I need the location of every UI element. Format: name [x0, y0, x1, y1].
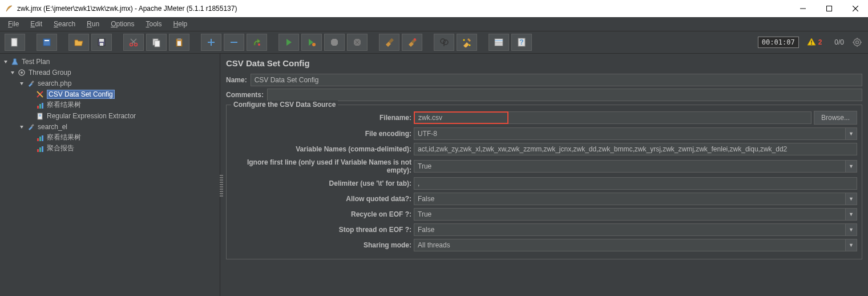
ignore-first-select[interactable]: [414, 160, 846, 173]
new-button[interactable]: [5, 34, 25, 51]
sharing-mode-label: Sharing mode:: [231, 241, 414, 249]
close-button[interactable]: [847, 3, 863, 14]
variable-names-input[interactable]: [414, 143, 857, 155]
chevron-down-icon[interactable]: ▼: [846, 160, 857, 173]
svg-rect-65: [42, 146, 43, 152]
settings-icon[interactable]: [851, 36, 863, 49]
test-plan-tree[interactable]: Test Plan Thread Group search.php CSV Da…: [0, 54, 220, 296]
chevron-down-icon[interactable]: [9, 69, 16, 76]
svg-rect-62: [42, 135, 43, 141]
chevron-down-icon[interactable]: ▼: [846, 239, 857, 251]
svg-point-32: [463, 39, 465, 41]
minimize-button[interactable]: [795, 3, 811, 14]
delimiter-label: Delimiter (use '\t' for tab):: [231, 179, 414, 187]
chevron-down-icon[interactable]: [18, 123, 25, 130]
tree-node-view-results-tree-1[interactable]: 察看结果树: [0, 99, 220, 110]
svg-point-43: [856, 41, 859, 44]
menu-file[interactable]: File: [3, 18, 23, 30]
clear-button[interactable]: [379, 34, 399, 51]
svg-point-41: [811, 43, 812, 45]
save-button[interactable]: [91, 34, 112, 51]
browse-button[interactable]: Browse...: [814, 111, 857, 125]
flask-icon: [10, 57, 19, 66]
tree-node-search-el[interactable]: search_el: [0, 121, 220, 132]
svg-rect-64: [39, 147, 41, 152]
svg-rect-61: [39, 137, 41, 141]
tree-node-label: Thread Group: [29, 69, 71, 77]
svg-rect-8: [99, 39, 104, 42]
chevron-down-icon[interactable]: ▼: [846, 193, 857, 205]
svg-point-22: [258, 43, 260, 46]
cut-button[interactable]: [123, 34, 144, 51]
leaf-spacer: [27, 145, 34, 152]
svg-point-28: [414, 38, 416, 41]
paste-button[interactable]: [169, 34, 189, 51]
recycle-eof-select[interactable]: [414, 208, 846, 221]
chart-icon: [35, 144, 45, 153]
maximize-button[interactable]: [821, 3, 837, 14]
splitter-handle[interactable]: [220, 175, 223, 198]
thread-ratio: 0/0: [834, 38, 844, 46]
help-toolbar-button[interactable]: ?: [511, 34, 532, 51]
name-input[interactable]: [251, 74, 862, 86]
stop-eof-label: Stop thread on EOF ?:: [231, 226, 414, 234]
tree-node-aggregate-report[interactable]: 聚合报告: [0, 143, 220, 154]
start-button[interactable]: [278, 34, 299, 51]
filename-label: Filename:: [231, 114, 414, 122]
menu-tools[interactable]: Tools: [142, 18, 167, 30]
tree-node-regex-extractor[interactable]: Regular Expression Extractor: [0, 110, 220, 121]
svg-rect-1: [827, 6, 832, 11]
dropper-icon: [26, 79, 35, 88]
tree-node-view-results-tree-2[interactable]: 察看结果树: [0, 132, 220, 143]
stop-eof-select[interactable]: [414, 223, 846, 236]
warning-icon[interactable]: [807, 37, 816, 48]
sharing-mode-select[interactable]: [414, 239, 846, 251]
allow-quoted-label: Allow quoted data?:: [231, 195, 414, 203]
svg-point-49: [21, 71, 23, 74]
open-button[interactable]: [68, 34, 89, 51]
tree-node-thread-group[interactable]: Thread Group: [0, 67, 220, 78]
svg-rect-60: [37, 138, 39, 141]
tree-node-csv-config[interactable]: CSV Data Set Config: [0, 89, 220, 99]
tree-node-test-plan[interactable]: Test Plan: [0, 56, 220, 67]
stop-button[interactable]: [324, 34, 345, 51]
chevron-down-icon[interactable]: ▼: [846, 208, 857, 221]
templates-button[interactable]: [37, 34, 57, 51]
filename-input-rest[interactable]: [508, 111, 812, 124]
function-helper-button[interactable]: [488, 34, 509, 51]
tree-node-label: Regular Expression Extractor: [47, 112, 136, 120]
filename-input[interactable]: [414, 111, 508, 124]
recycle-eof-label: Recycle on EOF ?:: [231, 210, 414, 218]
clear-all-button[interactable]: [402, 34, 422, 51]
reset-search-button[interactable]: [457, 34, 477, 51]
ignore-first-label: Ignore first line (only used if Variable…: [231, 158, 414, 174]
menu-run[interactable]: Run: [82, 18, 104, 30]
search-toolbar-button[interactable]: [434, 34, 454, 51]
start-no-pause-button[interactable]: [301, 34, 322, 51]
chevron-down-icon[interactable]: ▼: [846, 127, 857, 140]
file-encoding-select[interactable]: [414, 127, 846, 140]
allow-quoted-select[interactable]: [414, 193, 846, 205]
config-icon: [35, 90, 45, 99]
shutdown-button[interactable]: [347, 34, 368, 51]
tree-node-label: 察看结果树: [47, 133, 81, 142]
menubar: File Edit Search Run Options Tools Help: [0, 17, 868, 31]
collapse-button[interactable]: [224, 34, 244, 51]
menu-options[interactable]: Options: [106, 18, 139, 30]
chart-icon: [35, 133, 45, 142]
panel-title: CSV Data Set Config: [226, 58, 862, 68]
window-title: zwk.jmx (E:\jmeter\zwk1\zwk\zwk.jmx) - A…: [17, 5, 795, 13]
expand-button[interactable]: [201, 34, 221, 51]
document-icon: [35, 111, 45, 121]
chevron-down-icon[interactable]: [2, 58, 9, 65]
menu-search[interactable]: Search: [49, 18, 80, 30]
chevron-down-icon[interactable]: ▼: [846, 223, 857, 236]
menu-edit[interactable]: Edit: [26, 18, 47, 30]
chevron-down-icon[interactable]: [18, 80, 25, 87]
tree-node-search-php[interactable]: search.php: [0, 78, 220, 89]
comments-input[interactable]: [267, 89, 862, 101]
copy-button[interactable]: [146, 34, 167, 51]
delimiter-input[interactable]: [414, 177, 857, 190]
toggle-button[interactable]: [247, 34, 267, 51]
menu-help[interactable]: Help: [169, 18, 192, 30]
